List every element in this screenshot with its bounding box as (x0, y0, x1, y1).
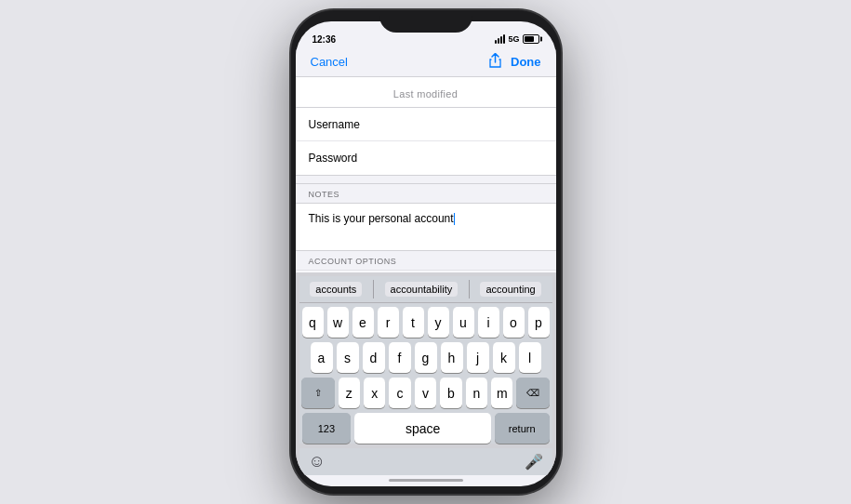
key-m[interactable]: m (491, 378, 512, 408)
home-indicator (389, 479, 463, 482)
key-c[interactable]: c (389, 378, 410, 408)
emoji-key[interactable]: ☺ (309, 452, 326, 471)
key-o[interactable]: o (503, 307, 525, 338)
key-w[interactable]: w (327, 307, 349, 338)
key-b[interactable]: b (440, 378, 461, 408)
phone-frame: 12:36 5G Cancel (291, 10, 561, 494)
key-row-3: ⇧ z x c v b n m ⌫ (302, 378, 550, 408)
done-button[interactable]: Done (511, 55, 541, 69)
cancel-button[interactable]: Cancel (311, 55, 348, 69)
autocomplete-divider-1 (373, 280, 374, 298)
key-f[interactable]: f (389, 342, 411, 373)
autocomplete-item-0[interactable]: accounts (310, 282, 362, 297)
status-icons: 5G (495, 34, 539, 44)
shift-key[interactable]: ⇧ (301, 378, 334, 408)
notes-section: NOTES This is your personal account (296, 183, 556, 251)
autocomplete-item-2[interactable]: accounting (480, 282, 540, 297)
key-g[interactable]: g (415, 342, 437, 373)
share-icon[interactable] (489, 53, 501, 71)
keyboard-rows: q w e r t y u i o p a s d f g (299, 303, 552, 444)
status-time: 12:36 (312, 34, 337, 45)
battery-fill (525, 36, 535, 42)
key-y[interactable]: y (428, 307, 449, 338)
key-l[interactable]: l (519, 342, 541, 373)
autocomplete-divider-2 (469, 280, 470, 298)
signal-icon (495, 34, 505, 44)
website-section: Last modified (296, 77, 556, 108)
key-z[interactable]: z (339, 378, 360, 408)
key-v[interactable]: v (415, 378, 436, 408)
key-s[interactable]: s (337, 342, 359, 373)
account-options-section: ACCOUNT OPTIONS (296, 251, 556, 272)
notch (379, 10, 472, 33)
key-p[interactable]: p (528, 307, 550, 338)
key-d[interactable]: d (363, 342, 385, 373)
autocomplete-item-1[interactable]: accountability (385, 282, 459, 297)
password-label: Password (309, 152, 543, 165)
last-modified-label: Last modified (393, 88, 458, 99)
key-e[interactable]: e (352, 307, 374, 338)
key-k[interactable]: k (493, 342, 515, 373)
key-t[interactable]: t (403, 307, 424, 338)
username-field-row[interactable]: Username (296, 108, 556, 141)
key-r[interactable]: r (378, 307, 399, 338)
notes-section-header: NOTES (296, 184, 556, 204)
keyboard-area: accounts accountability accounting q w e… (296, 272, 556, 475)
autocomplete-bar: accounts accountability accounting (299, 276, 552, 303)
key-j[interactable]: j (467, 342, 489, 373)
delete-key[interactable]: ⌫ (516, 378, 549, 408)
content-area: Last modified Username Password NOTES Th… (296, 77, 556, 272)
battery-icon (523, 34, 539, 44)
key-row-4: 123 space return (302, 413, 550, 444)
network-label: 5G (508, 34, 519, 44)
numbers-key[interactable]: 123 (302, 413, 352, 444)
username-label: Username (309, 118, 543, 131)
key-row-1: q w e r t y u i o p (302, 307, 550, 338)
phone-screen: 12:36 5G Cancel (296, 21, 556, 486)
key-q[interactable]: q (302, 307, 324, 338)
key-n[interactable]: n (466, 378, 487, 408)
keyboard-bottom: ☺ 🎤 (299, 448, 552, 475)
key-a[interactable]: a (311, 342, 333, 373)
notes-text-area[interactable]: This is your personal account (296, 204, 556, 250)
text-cursor (454, 213, 456, 225)
return-key[interactable]: return (495, 413, 550, 444)
account-options-row (296, 270, 556, 272)
account-options-header: ACCOUNT OPTIONS (296, 251, 556, 270)
fields-section: Username Password (296, 108, 556, 176)
key-u[interactable]: u (453, 307, 474, 338)
mic-key[interactable]: 🎤 (525, 453, 543, 471)
key-x[interactable]: x (364, 378, 385, 408)
nav-bar: Cancel Done (296, 49, 556, 77)
nav-actions: Done (489, 53, 541, 71)
key-i[interactable]: i (478, 307, 499, 338)
key-h[interactable]: h (441, 342, 463, 373)
password-field-row[interactable]: Password (296, 141, 556, 175)
key-row-2: a s d f g h j k l (302, 342, 550, 373)
space-key[interactable]: space (354, 413, 491, 444)
